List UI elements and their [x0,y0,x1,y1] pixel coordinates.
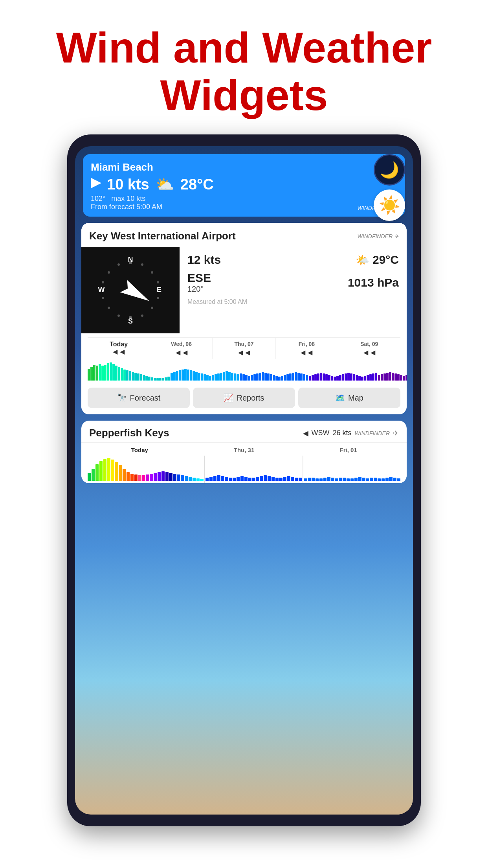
kw-measured: Measured at 5:00 AM [187,298,399,305]
kw-temperature: 29°C [372,253,399,267]
miami-max-wind: max 10 kts [111,195,145,202]
compass-svg: N E S W [95,255,166,326]
forecast-sat: Sat, 09 ◀ ◀ [338,338,400,359]
kw-wind-degrees: 120° [187,285,211,294]
map-label: Map [348,394,363,403]
pepper-chart [81,456,407,483]
svg-point-11 [108,307,110,309]
pepper-widget: Pepperfish Keys ◀ WSW 26 kts WINDFINDER … [81,421,407,483]
kw-brand: WINDFINDER ✈ [358,233,399,239]
forecast-days-row: Today ◀ ◀ Wed, 06 ◀ ◀ Th [88,337,400,359]
page-header: Wind and Weather Widgets [0,0,488,134]
forecast-wed: Wed, 06 ◀ ◀ [150,338,213,359]
pepper-today: Today [88,444,192,456]
svg-point-3 [157,281,159,283]
miami-forecast-time: From forecast 5:00 AM [91,203,397,211]
svg-text:E: E [157,286,161,294]
miami-location: Miami Beach [91,161,397,173]
kw-compass: N E S W [81,247,180,333]
kw-wind-dir: ESE [187,271,211,285]
sun-icon[interactable]: ☀️ [374,189,405,221]
svg-point-12 [117,314,120,317]
moon-icon[interactable]: 🌙 [374,154,405,186]
svg-point-2 [151,271,153,274]
svg-point-8 [108,271,110,274]
map-icon: 🗺️ [335,393,345,403]
reports-button[interactable]: 📈 Reports [193,388,295,408]
phone-frame: 🌙 ☀️ Miami Beach ◀ 10 kts ⛅ 28°C 102° ma… [67,134,421,826]
miami-degrees: 102° [91,195,105,202]
miami-widget[interactable]: Miami Beach ◀ 10 kts ⛅ 28°C 102° max 10 … [83,154,405,217]
svg-text:N: N [128,256,133,263]
pepper-header: Pepperfish Keys ◀ WSW 26 kts WINDFINDER … [81,421,407,442]
pepper-fri: Fri, 01 [296,444,400,456]
pepper-title: Pepperfish Keys [89,427,169,439]
kw-body: N E S W 12 kts [81,247,407,333]
reports-icon: 📈 [224,393,233,403]
svg-point-6 [141,314,143,317]
reports-label: Reports [237,394,264,403]
miami-main-stats: ◀ 10 kts ⛅ 28°C [91,176,397,193]
kw-chart [81,359,407,383]
kw-forecast: Today ◀ ◀ Wed, 06 ◀ ◀ Th [81,333,407,359]
miami-sub-stats: 102° max 10 kts [91,195,397,203]
kw-dir-row: ESE 120° 1013 hPa [187,271,399,294]
keywest-widget: Key West International Airport WINDFINDE… [81,223,407,414]
pepper-thu: Thu, 31 [192,444,297,456]
forecast-button[interactable]: 🔭 Forecast [88,388,190,408]
forecast-label: Forecast [130,394,161,403]
svg-point-5 [151,307,153,309]
forecast-thu: Thu, 07 ◀ ◀ [213,338,275,359]
svg-point-7 [117,263,120,266]
title-line2: Widgets [160,71,328,119]
svg-point-10 [102,297,104,299]
svg-point-1 [141,263,143,266]
title-line1: Wind and Weather [56,23,432,72]
map-button[interactable]: 🗺️ Map [298,388,400,408]
phone-screen: 🌙 ☀️ Miami Beach ◀ 10 kts ⛅ 28°C 102° ma… [75,146,413,815]
kw-wind-row: 12 kts 🌤️ 29°C [187,253,399,267]
miami-cloud-icon: ⛅ [156,176,174,193]
forecast-today: Today ◀ ◀ [88,338,150,359]
kw-stats: 12 kts 🌤️ 29°C ESE 120° 1013 hPa Mea [180,247,407,333]
miami-wind-arrow: ◀ [91,177,101,192]
svg-text:W: W [98,286,105,294]
pepper-brand: WINDFINDER [355,430,390,436]
miami-wind-speed: 10 kts [107,176,149,193]
kw-title: Key West International Airport [89,230,236,242]
svg-text:S: S [128,317,133,325]
svg-point-4 [157,297,159,299]
page-title: Wind and Weather Widgets [16,24,472,119]
pepper-wind-speed: 26 kts [333,429,352,437]
miami-temperature: 28°C [180,176,214,193]
kw-pressure: 1013 hPa [348,276,399,289]
kw-weather-icon: 🌤️ [356,254,369,267]
pepper-forecast: Today Thu, 31 Fri, 01 [81,442,407,456]
kw-wind-speed: 12 kts [187,253,221,267]
compass-container: N E S W [95,255,166,326]
pepper-wind: ◀ WSW 26 kts WINDFINDER ✈ [303,429,399,438]
forecast-fri: Fri, 08 ◀ ◀ [275,338,338,359]
svg-point-9 [102,281,104,283]
forecast-icon: 🔭 [117,393,127,403]
svg-marker-18 [120,280,153,307]
kw-header: Key West International Airport WINDFINDE… [81,223,407,247]
kw-actions: 🔭 Forecast 📈 Reports 🗺️ Map [81,383,407,414]
pepper-wind-dir: WSW [312,429,330,437]
